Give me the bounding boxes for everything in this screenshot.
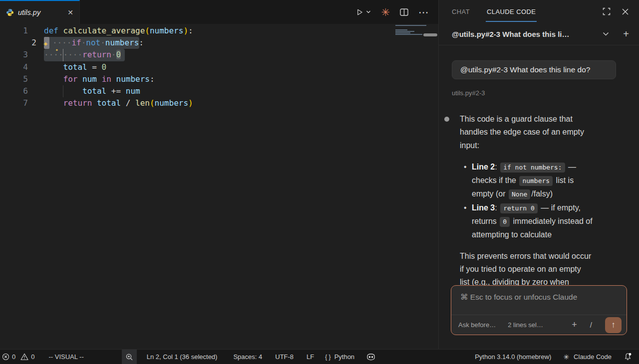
selection-context-chip[interactable]: 2 lines sel… — [508, 321, 543, 329]
assistant-bullet-dot — [444, 117, 449, 122]
input-placeholder[interactable]: ⌘ Esc to focus or unfocus Claude — [451, 286, 627, 302]
copilot-status-button[interactable] — [366, 353, 375, 361]
context-reference[interactable]: utils.py#2-3 — [452, 89, 639, 97]
response-text: This code is a guard clause that — [460, 115, 573, 123]
code-token: · — [81, 38, 86, 47]
response-bullet: •Line 2: if not numbers: —checks if the … — [460, 161, 630, 201]
slash-command-button[interactable]: / — [590, 321, 592, 329]
python-interpreter[interactable]: Python 3.14.0 (homebrew) — [475, 353, 551, 361]
new-conversation-button[interactable]: + — [623, 29, 629, 39]
chat-scroll-area[interactable]: @utils.py#2-3 What does this line do? ut… — [439, 60, 639, 298]
code-line[interactable]: 5 for num in numbers: — [0, 73, 193, 85]
claude-run-button[interactable]: ✳ — [381, 7, 390, 17]
code-token: total — [63, 62, 87, 72]
code-token: not — [86, 38, 100, 47]
conversation-title: @utils.py#2-3 What does this li… — [452, 30, 570, 38]
language-indicator[interactable]: { } Python — [325, 353, 354, 361]
code-line[interactable]: 7 return total / len(numbers) — [0, 97, 193, 109]
close-panel-button[interactable] — [622, 8, 629, 15]
problems-indicator[interactable]: 0 0 — [2, 353, 34, 361]
minimap[interactable] — [394, 25, 427, 35]
braces-icon: { } — [325, 354, 330, 361]
code-token: numbers — [105, 38, 139, 47]
code-token: num — [126, 86, 140, 96]
zoom-in-icon — [125, 353, 133, 361]
code-editor[interactable]: 1def calculate_average(numbers):✦✦2····i… — [0, 24, 438, 349]
line-number: 4 — [0, 61, 28, 73]
code-line[interactable]: 1def calculate_average(numbers): — [0, 25, 193, 37]
code-token: def — [44, 26, 58, 35]
vim-mode-indicator[interactable]: -- VISUAL -- — [48, 353, 83, 361]
code-line[interactable]: 4 total = 0 — [0, 61, 193, 73]
tab-close-icon[interactable]: ✕ — [67, 9, 73, 16]
editor-tab-bar: utils.py ✕ ✳ ⋯ — [0, 0, 438, 24]
bullet-marker: • — [464, 161, 467, 174]
chevron-down-icon[interactable] — [603, 32, 609, 36]
response-text: Line 3 — [472, 203, 495, 212]
claude-input-box[interactable]: ⌘ Esc to focus or unfocus Claude Ask bef… — [451, 285, 627, 335]
response-text: checks if the — [472, 176, 518, 184]
cursor-position[interactable]: Ln 2, Col 1 (36 selected) — [147, 353, 218, 361]
run-button[interactable] — [356, 8, 371, 16]
attach-button[interactable]: + — [572, 320, 577, 330]
send-button[interactable]: ↑ — [605, 317, 622, 333]
response-text: — — [566, 163, 576, 171]
code-token: : — [188, 26, 193, 35]
response-paragraph: This prevents errors that would occurif … — [460, 250, 630, 289]
arrow-up-icon: ↑ — [611, 320, 616, 330]
input-controls: Ask before… 2 lines sel… + / ↑ — [451, 315, 627, 335]
code-line[interactable]: 3········return·0 — [0, 49, 193, 61]
expand-panel-button[interactable] — [603, 7, 611, 15]
code-token: total — [82, 86, 106, 96]
zoom-status-button[interactable] — [122, 350, 137, 364]
claude-code-status[interactable]: ✳ Claude Code — [563, 353, 612, 361]
bullet-marker: • — [464, 201, 467, 214]
code-token: numbers — [150, 26, 183, 35]
panel-resize-handle[interactable] — [423, 33, 437, 36]
response-text: — if empty, — [539, 203, 581, 212]
minimap-row — [394, 34, 427, 35]
inline-code: 0 — [500, 217, 510, 227]
encoding-indicator[interactable]: UTF-8 — [275, 353, 294, 361]
code-token: calculate_average — [63, 26, 145, 35]
code-token: numbers — [116, 74, 150, 84]
vscode-window: utils.py ✕ ✳ ⋯ 1def calculate_average — [0, 0, 639, 364]
code-token — [92, 98, 97, 108]
split-editor-button[interactable] — [400, 8, 408, 16]
assistant-content: This code is a guard clause thathandles … — [460, 113, 630, 298]
user-message-bubble: @utils.py#2-3 What does this line do? — [452, 60, 616, 79]
response-text: input: — [460, 141, 479, 150]
code-token: : — [139, 38, 144, 47]
code-token: len — [135, 98, 150, 108]
permission-mode-dropdown[interactable]: Ask before… — [458, 321, 496, 329]
line-number: 2 — [8, 37, 36, 49]
response-text: list is — [554, 176, 574, 184]
tab-claude-code[interactable]: CLAUDE CODE — [487, 0, 536, 23]
eol-indicator[interactable]: LF — [307, 353, 314, 361]
inline-code: numbers — [519, 176, 553, 186]
python-icon — [6, 8, 14, 16]
inline-code: if not numbers: — [500, 163, 565, 173]
response-text: : — [495, 203, 499, 212]
line-number: 7 — [0, 97, 28, 109]
code-token — [97, 74, 102, 84]
response-text: returns — [472, 217, 499, 225]
claude-asterisk-icon: ✳ — [563, 353, 569, 361]
line-number: 3 — [0, 49, 28, 61]
indentation-indicator[interactable]: Spaces: 4 — [233, 353, 262, 361]
response-bullet: •Line 3: return 0 — if empty,returns 0 i… — [460, 201, 630, 242]
editor-toolbar: ✳ ⋯ — [356, 0, 429, 24]
tab-chat[interactable]: CHAT — [452, 0, 470, 23]
more-actions-button[interactable]: ⋯ — [418, 7, 429, 17]
conversation-selector[interactable]: @utils.py#2-3 What does this li… + — [439, 23, 639, 45]
code-token — [58, 26, 63, 35]
code-line[interactable]: ✦✦2····if·not·numbers: — [0, 37, 193, 49]
code-token: total — [97, 98, 121, 108]
response-text: Line 2 — [472, 163, 495, 171]
code-line[interactable]: 6 total += num — [0, 85, 193, 97]
sparkle-icon[interactable]: ✦ — [43, 38, 48, 48]
code-token: if — [71, 38, 81, 47]
notifications-button[interactable] — [624, 353, 632, 361]
tab-utils-py[interactable]: utils.py ✕ — [0, 0, 80, 24]
language-label: Python — [334, 353, 354, 361]
